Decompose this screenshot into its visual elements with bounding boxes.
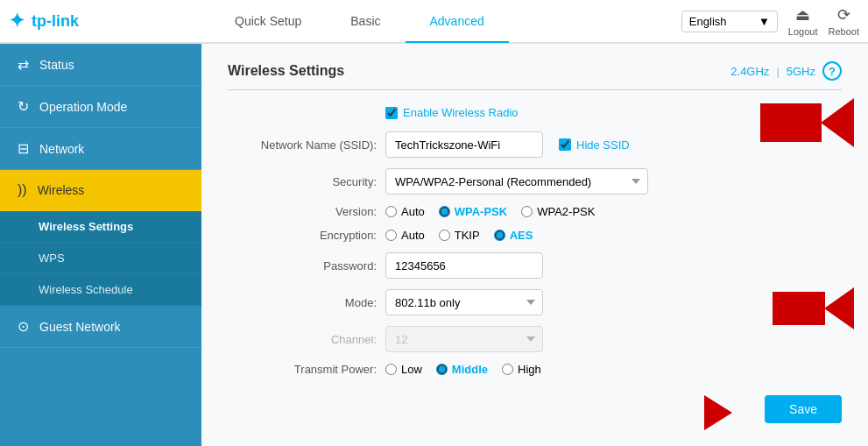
encryption-auto-radio[interactable] [385, 230, 397, 241]
mode-label: Mode: [228, 296, 377, 309]
transmit-high-option[interactable]: High [502, 363, 541, 376]
encryption-aes-radio[interactable] [494, 230, 505, 241]
main-layout: ⇄ Status ↻ Operation Mode ⊟ Network )) W… [0, 44, 868, 446]
transmit-low-radio[interactable] [385, 364, 397, 375]
hide-ssid-area: Hide SSID [559, 138, 630, 152]
transmit-middle-option[interactable]: Middle [436, 363, 488, 376]
arrow-shaft [760, 103, 822, 142]
encryption-tkip-label: TKIP [455, 229, 480, 242]
wireless-settings-form: Enable Wireless Radio Network Name (SSID… [228, 106, 841, 376]
tab-quick-setup[interactable]: Quick Setup [210, 1, 326, 43]
version-row: Version: Auto WPA-PSK WPA2-PSK [228, 205, 841, 218]
sidebar-item-wireless[interactable]: )) Wireless [0, 170, 201, 211]
version-auto-radio[interactable] [385, 206, 397, 217]
network-icon: ⊟ [18, 140, 29, 157]
transmit-low-option[interactable]: Low [385, 363, 422, 376]
transmit-low-label: Low [401, 363, 422, 376]
red-arrow-1 [760, 98, 854, 147]
sidebar-item-label: Guest Network [39, 320, 121, 334]
sidebar-sub-wireless-settings[interactable]: Wireless Settings [0, 211, 201, 243]
security-label: Security: [228, 175, 377, 188]
tab-basic[interactable]: Basic [326, 1, 405, 43]
transmit-high-label: High [518, 363, 541, 376]
arrow-head [821, 98, 854, 147]
version-label: Version: [228, 205, 377, 218]
encryption-tkip-option[interactable]: TKIP [439, 229, 480, 242]
version-wpa2psk-option[interactable]: WPA2-PSK [521, 205, 595, 218]
logo-area: ✦ tp-link [9, 10, 210, 32]
encryption-auto-option[interactable]: Auto [385, 229, 425, 242]
transmit-radio-group: Low Middle High [385, 363, 541, 376]
tab-advanced[interactable]: Advanced [406, 1, 509, 43]
security-row: Security: WPA/WPA2-Personal (Recommended… [228, 168, 841, 195]
transmit-high-radio[interactable] [502, 364, 513, 375]
version-wpa2psk-radio[interactable] [521, 206, 533, 217]
transmit-middle-radio[interactable] [436, 364, 448, 375]
sidebar-item-network[interactable]: ⊟ Network [0, 128, 201, 170]
channel-row: Channel: 12 [228, 326, 841, 352]
hide-ssid-label[interactable]: Hide SSID [576, 138, 630, 152]
language-selector[interactable]: English ▼ [681, 11, 778, 32]
sub-item-label: Wireless Schedule [39, 283, 133, 296]
version-auto-option[interactable]: Auto [385, 205, 425, 218]
enable-wireless-label[interactable]: Enable Wireless Radio [403, 106, 519, 119]
version-wpa2psk-label: WPA2-PSK [537, 205, 595, 218]
sidebar-item-label: Status [39, 58, 74, 72]
freq-separator: | [776, 65, 779, 78]
wireless-icon: )) [18, 182, 27, 198]
nav-tabs: Quick Setup Basic Advanced [210, 0, 681, 42]
ssid-row: Network Name (SSID): Hide SSID [228, 131, 841, 158]
hide-ssid-checkbox[interactable] [559, 138, 571, 151]
logout-icon: ⏏ [795, 5, 810, 25]
save-button[interactable]: Save [765, 395, 842, 423]
ssid-input[interactable] [385, 131, 543, 158]
mode-select[interactable]: 802.11b only 802.11g only 802.11n only 8… [385, 289, 543, 315]
sub-item-label: Wireless Settings [39, 220, 133, 233]
sidebar-item-status[interactable]: ⇄ Status [0, 44, 201, 86]
logo-text: tp-link [32, 12, 79, 31]
sidebar-item-guest-network[interactable]: ⊙ Guest Network [0, 306, 201, 348]
password-input[interactable] [385, 252, 543, 279]
section-header: Wireless Settings 2.4GHz | 5GHz ? [228, 61, 842, 90]
sidebar-item-label: Network [39, 142, 84, 156]
encryption-tkip-radio[interactable] [439, 230, 450, 241]
transmit-label: Transmit Power: [228, 363, 377, 376]
version-wpapsk-label: WPA-PSK [455, 205, 507, 218]
encryption-aes-label: AES [510, 229, 533, 242]
arrow-head [704, 395, 732, 430]
channel-label: Channel: [228, 333, 377, 346]
encryption-auto-label: Auto [401, 229, 425, 242]
password-label: Password: [228, 259, 377, 273]
language-value: English [689, 15, 727, 28]
sidebar-item-operation-mode[interactable]: ↻ Operation Mode [0, 86, 201, 128]
help-icon[interactable]: ? [822, 61, 842, 81]
sub-item-label: WPS [39, 251, 65, 265]
frequency-links: 2.4GHz | 5GHz [730, 65, 815, 78]
ssid-label: Network Name (SSID): [228, 138, 377, 152]
content-area: Wireless Settings 2.4GHz | 5GHz ? Enable… [201, 44, 868, 446]
freq-2g-link[interactable]: 2.4GHz [730, 65, 769, 78]
mode-row: Mode: 802.11b only 802.11g only 802.11n … [228, 289, 841, 315]
sidebar-sub-wireless-schedule[interactable]: Wireless Schedule [0, 274, 201, 306]
security-select[interactable]: WPA/WPA2-Personal (Recommended) WPA-Pers… [385, 168, 648, 195]
wireless-submenu: Wireless Settings WPS Wireless Schedule [0, 211, 201, 306]
page-title: Wireless Settings [228, 63, 344, 79]
reboot-label: Reboot [829, 26, 859, 37]
transmit-power-row: Transmit Power: Low Middle High [228, 363, 841, 376]
encryption-radio-group: Auto TKIP AES [385, 229, 533, 242]
sidebar: ⇄ Status ↻ Operation Mode ⊟ Network )) W… [0, 44, 201, 446]
encryption-row: Encryption: Auto TKIP AES [228, 229, 841, 242]
enable-wireless-checkbox[interactable] [385, 107, 398, 119]
freq-5g-link[interactable]: 5GHz [787, 65, 815, 78]
arrow-shaft [773, 292, 825, 325]
logout-button[interactable]: ⏏ Logout [788, 5, 818, 37]
reboot-button[interactable]: ⟳ Reboot [829, 5, 859, 37]
red-arrow-3 [704, 395, 732, 430]
sidebar-sub-wps[interactable]: WPS [0, 243, 201, 274]
encryption-aes-option[interactable]: AES [494, 229, 533, 242]
guest-network-icon: ⊙ [18, 318, 29, 335]
version-wpapsk-option[interactable]: WPA-PSK [439, 205, 507, 218]
version-wpapsk-radio[interactable] [439, 206, 450, 217]
arrow-head [824, 287, 854, 329]
transmit-middle-label: Middle [452, 363, 488, 376]
